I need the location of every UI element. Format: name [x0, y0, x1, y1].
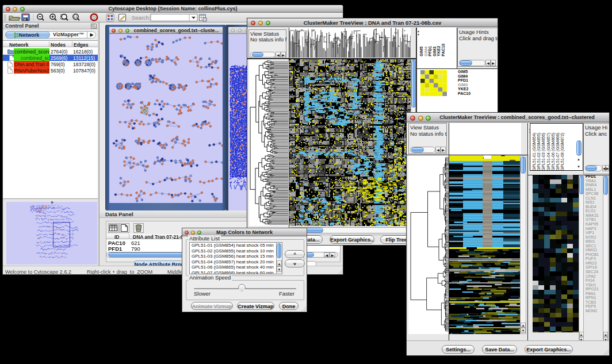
svg-text:Search:: Search: — [132, 14, 151, 21]
svg-text:1:1: 1:1 — [74, 16, 78, 18]
